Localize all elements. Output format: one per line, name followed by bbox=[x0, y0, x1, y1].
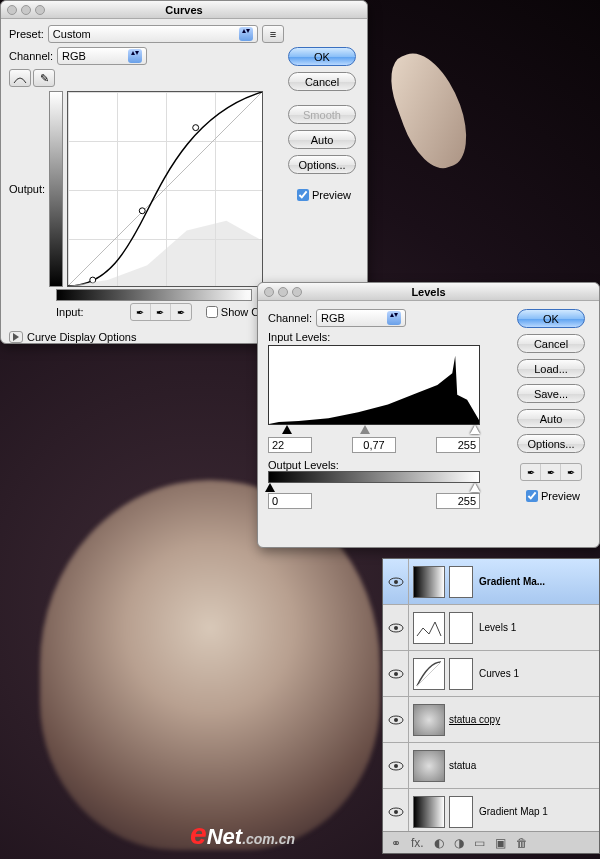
minimize-icon[interactable] bbox=[278, 287, 288, 297]
pencil-tool-button[interactable]: ✎ bbox=[33, 69, 55, 87]
levels-titlebar[interactable]: Levels bbox=[258, 283, 599, 301]
auto-button[interactable]: Auto bbox=[288, 130, 356, 149]
curve-display-options-toggle[interactable]: Curve Display Options bbox=[9, 331, 285, 343]
delete-layer-icon[interactable]: 🗑 bbox=[516, 836, 528, 850]
layer-name[interactable]: Gradient Map 1 bbox=[479, 806, 599, 817]
output-gradient bbox=[268, 471, 480, 483]
input-levels-label: Input Levels: bbox=[268, 331, 330, 343]
options-button[interactable]: Options... bbox=[288, 155, 356, 174]
layer-mask-icon[interactable]: ◐ bbox=[434, 836, 444, 850]
channel-select[interactable]: RGB▴▾ bbox=[57, 47, 147, 65]
link-layers-icon[interactable]: ⚭ bbox=[391, 836, 401, 850]
channel-label: Channel: bbox=[9, 50, 53, 62]
gray-point-eyedropper-icon[interactable]: ✒ bbox=[541, 464, 561, 480]
chevron-updown-icon: ▴▾ bbox=[387, 311, 401, 325]
zoom-icon[interactable] bbox=[292, 287, 302, 297]
white-slider-handle[interactable] bbox=[470, 425, 480, 434]
layer-row[interactable]: Levels 1 bbox=[383, 605, 599, 651]
black-point-eyedropper-icon[interactable]: ✒ bbox=[131, 304, 151, 320]
layer-thumbnail[interactable] bbox=[413, 750, 445, 782]
visibility-toggle[interactable] bbox=[383, 651, 409, 697]
zoom-icon[interactable] bbox=[35, 5, 45, 15]
curves-titlebar[interactable]: Curves bbox=[1, 1, 367, 19]
layer-row[interactable]: Gradient Map 1 bbox=[383, 789, 599, 835]
minimize-icon[interactable] bbox=[21, 5, 31, 15]
layers-footer: ⚭ fx. ◐ ◑ ▭ ▣ 🗑 bbox=[383, 831, 599, 853]
input-slider[interactable] bbox=[268, 425, 480, 435]
layer-mask-thumbnail[interactable] bbox=[449, 612, 473, 644]
input-label: Input: bbox=[56, 306, 84, 318]
preset-select[interactable]: Custom▴▾ bbox=[48, 25, 258, 43]
input-white-field[interactable] bbox=[436, 437, 480, 453]
preview-checkbox[interactable]: Preview bbox=[293, 186, 351, 204]
layer-thumbnail[interactable] bbox=[413, 704, 445, 736]
visibility-toggle[interactable] bbox=[383, 789, 409, 835]
input-black-field[interactable] bbox=[268, 437, 312, 453]
cancel-button[interactable]: Cancel bbox=[288, 72, 356, 91]
sampler-group: ✒ ✒ ✒ bbox=[520, 463, 582, 481]
smooth-button[interactable]: Smooth bbox=[288, 105, 356, 124]
curve-tool-button[interactable] bbox=[9, 69, 31, 87]
watermark: eNet.com.cn bbox=[190, 817, 295, 851]
ok-button[interactable]: OK bbox=[288, 47, 356, 66]
cancel-button[interactable]: Cancel bbox=[517, 334, 585, 353]
visibility-toggle[interactable] bbox=[383, 605, 409, 651]
layer-row[interactable]: statua copy bbox=[383, 697, 599, 743]
layer-name[interactable]: Gradient Ma... bbox=[479, 576, 599, 587]
visibility-toggle[interactable] bbox=[383, 559, 409, 605]
load-button[interactable]: Load... bbox=[517, 359, 585, 378]
new-layer-icon[interactable]: ▣ bbox=[495, 836, 506, 850]
chevron-updown-icon: ▴▾ bbox=[239, 27, 253, 41]
out-black-handle[interactable] bbox=[265, 483, 275, 492]
gray-point-eyedropper-icon[interactable]: ✒ bbox=[151, 304, 171, 320]
layer-name[interactable]: Levels 1 bbox=[479, 622, 599, 633]
out-white-handle[interactable] bbox=[470, 483, 480, 492]
layer-thumbnail[interactable] bbox=[413, 612, 445, 644]
chevron-updown-icon: ▴▾ bbox=[128, 49, 142, 63]
layer-mask-thumbnail[interactable] bbox=[449, 658, 473, 690]
layer-thumbnail[interactable] bbox=[413, 796, 445, 828]
options-button[interactable]: Options... bbox=[517, 434, 585, 453]
preview-checkbox[interactable]: Preview bbox=[522, 487, 580, 505]
close-icon[interactable] bbox=[264, 287, 274, 297]
group-icon[interactable]: ▭ bbox=[474, 836, 485, 850]
black-slider-handle[interactable] bbox=[282, 425, 292, 434]
adjustment-layer-icon[interactable]: ◑ bbox=[454, 836, 464, 850]
levels-title: Levels bbox=[411, 286, 445, 298]
visibility-toggle[interactable] bbox=[383, 743, 409, 789]
preview-input[interactable] bbox=[526, 490, 538, 502]
curve-graph[interactable] bbox=[67, 91, 263, 287]
preview-input[interactable] bbox=[297, 189, 309, 201]
save-button[interactable]: Save... bbox=[517, 384, 585, 403]
input-gamma-field[interactable] bbox=[352, 437, 396, 453]
layer-thumbnail[interactable] bbox=[413, 658, 445, 690]
close-icon[interactable] bbox=[7, 5, 17, 15]
layer-thumbnail[interactable] bbox=[413, 566, 445, 598]
layer-row[interactable]: Curves 1 bbox=[383, 651, 599, 697]
white-point-eyedropper-icon[interactable]: ✒ bbox=[561, 464, 581, 480]
show-clipping-input[interactable] bbox=[206, 306, 218, 318]
ok-button[interactable]: OK bbox=[517, 309, 585, 328]
output-slider[interactable] bbox=[268, 483, 480, 493]
layer-name[interactable]: Curves 1 bbox=[479, 668, 599, 679]
white-point-eyedropper-icon[interactable]: ✒ bbox=[171, 304, 191, 320]
layer-mask-thumbnail[interactable] bbox=[449, 566, 473, 598]
layer-name[interactable]: statua bbox=[449, 760, 599, 771]
svg-point-12 bbox=[394, 718, 398, 722]
layer-name[interactable]: statua copy bbox=[449, 714, 599, 725]
input-gradient bbox=[56, 289, 252, 301]
output-white-field[interactable] bbox=[436, 493, 480, 509]
layer-style-icon[interactable]: fx. bbox=[411, 836, 424, 850]
output-black-field[interactable] bbox=[268, 493, 312, 509]
visibility-toggle[interactable] bbox=[383, 697, 409, 743]
layer-mask-thumbnail[interactable] bbox=[449, 796, 473, 828]
black-point-eyedropper-icon[interactable]: ✒ bbox=[521, 464, 541, 480]
svg-point-16 bbox=[394, 810, 398, 814]
preset-menu-button[interactable]: ≡ bbox=[262, 25, 284, 43]
auto-button[interactable]: Auto bbox=[517, 409, 585, 428]
layer-row[interactable]: statua bbox=[383, 743, 599, 789]
channel-select[interactable]: RGB▴▾ bbox=[316, 309, 406, 327]
output-label: Output: bbox=[9, 183, 45, 195]
gamma-slider-handle[interactable] bbox=[360, 425, 370, 434]
layer-row[interactable]: Gradient Ma... bbox=[383, 559, 599, 605]
